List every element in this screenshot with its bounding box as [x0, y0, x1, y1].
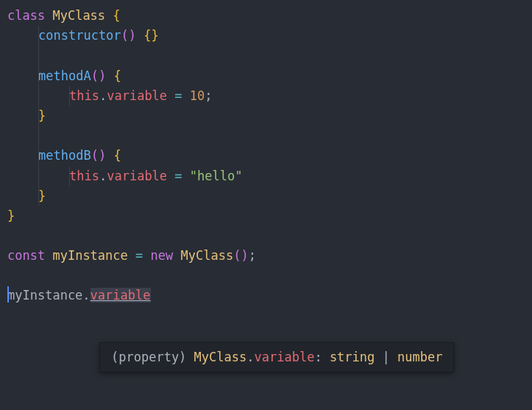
code-line[interactable]: const myInstance = new MyClass(); — [7, 246, 525, 266]
keyword-const: const — [7, 248, 45, 263]
code-line[interactable]: myInstance.variable — [7, 286, 525, 305]
code-line[interactable]: this.variable = "hello" — [7, 166, 525, 186]
text-cursor — [7, 286, 9, 303]
code-line[interactable]: methodB() { — [7, 146, 525, 166]
method-b: methodB — [38, 148, 91, 163]
constructor-name: constructor — [38, 28, 121, 43]
property-variable: variable — [107, 169, 167, 183]
class-name: MyClass — [181, 248, 234, 263]
blank-line — [7, 46, 525, 66]
code-line[interactable]: constructor() {} — [7, 26, 525, 46]
code-line[interactable]: } — [7, 106, 525, 126]
this-keyword: this — [69, 169, 99, 183]
code-line[interactable]: } — [7, 206, 525, 226]
code-editor[interactable]: class MyClass { constructor() {} methodA… — [7, 6, 525, 306]
number-literal: 10 — [190, 88, 205, 103]
class-name: MyClass — [52, 8, 105, 23]
property-variable-underlined[interactable]: variable — [91, 288, 151, 303]
type-hover-tooltip: (property) MyClass.variable: string | nu… — [99, 342, 454, 372]
method-a: methodA — [38, 68, 91, 83]
code-line[interactable]: this.variable = 10; — [7, 86, 525, 106]
instance-name: myInstance — [52, 248, 127, 263]
property-variable: variable — [107, 88, 167, 103]
code-line[interactable]: class MyClass { — [7, 6, 525, 26]
code-line[interactable]: } — [7, 186, 525, 206]
this-keyword: this — [69, 88, 99, 103]
string-literal: "hello" — [190, 169, 243, 183]
blank-line — [7, 126, 525, 146]
code-line[interactable]: methodA() { — [7, 66, 525, 86]
instance-ref: myInstance — [7, 288, 82, 303]
keyword-new: new — [151, 248, 174, 263]
blank-line — [7, 226, 525, 246]
keyword-class: class — [7, 8, 45, 23]
